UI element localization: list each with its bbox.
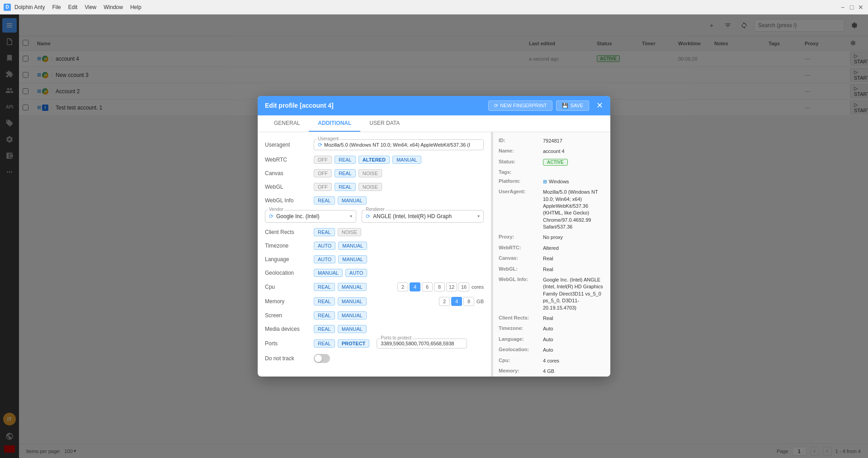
save-icon: 💾 bbox=[562, 103, 568, 109]
cpu-8-cores-btn[interactable]: 8 bbox=[434, 282, 445, 291]
chevron-down-icon: ▾ bbox=[477, 214, 480, 219]
info-timezone: Timezone: Auto bbox=[499, 325, 605, 332]
cpu-real-btn[interactable]: REAL bbox=[314, 283, 335, 291]
client-rects-noise-btn[interactable]: NOISE bbox=[338, 228, 361, 236]
cpu-16-cores-btn[interactable]: 16 bbox=[458, 282, 469, 291]
info-name-label: Name: bbox=[499, 148, 539, 155]
tab-general[interactable]: GENERAL bbox=[265, 115, 309, 132]
cpu-2-cores-btn[interactable]: 2 bbox=[397, 282, 408, 291]
close-button[interactable]: ✕ bbox=[857, 4, 864, 11]
screen-manual-btn[interactable]: MANUAL bbox=[338, 311, 367, 320]
info-webrtc-value: Altered bbox=[543, 245, 605, 252]
info-tags: Tags: bbox=[499, 169, 605, 175]
info-webgl: WebGL: Real bbox=[499, 266, 605, 273]
save-button[interactable]: 💾 SAVE bbox=[556, 100, 589, 111]
cpu-label: Cpu bbox=[265, 284, 310, 290]
canvas-noise-btn[interactable]: NOISE bbox=[359, 169, 382, 177]
timezone-manual-btn[interactable]: MANUAL bbox=[338, 242, 367, 250]
tab-user-data[interactable]: USER DATA bbox=[360, 115, 409, 132]
webgl-controls: OFF REAL NOISE bbox=[314, 183, 382, 191]
cpu-4-cores-btn[interactable]: 4 bbox=[410, 282, 420, 291]
geolocation-label: Geolocation bbox=[265, 270, 310, 276]
tab-additional[interactable]: ADDITIONAL bbox=[309, 115, 360, 132]
webrtc-altered-btn[interactable]: ALTERED bbox=[359, 156, 390, 164]
menu-file[interactable]: File bbox=[52, 4, 61, 10]
timezone-auto-btn[interactable]: AUTO bbox=[314, 242, 335, 250]
info-useragent: UserAgent: Mozilla/5.0 (Windows NT 10.0;… bbox=[499, 189, 605, 230]
client-rects-label: Client Rects bbox=[265, 229, 310, 235]
geolocation-row: Geolocation MANUAL AUTO bbox=[265, 269, 484, 277]
media-manual-btn[interactable]: MANUAL bbox=[338, 325, 367, 333]
geolocation-auto-btn[interactable]: AUTO bbox=[345, 269, 367, 277]
chevron-down-icon: ▾ bbox=[350, 214, 352, 219]
cpu-manual-btn[interactable]: MANUAL bbox=[338, 283, 367, 291]
geolocation-manual-btn[interactable]: MANUAL bbox=[314, 269, 343, 277]
webgl-noise-btn[interactable]: NOISE bbox=[359, 183, 382, 191]
menu-edit[interactable]: Edit bbox=[68, 4, 78, 10]
minimize-button[interactable]: − bbox=[839, 4, 846, 11]
webrtc-label: WebRTC bbox=[265, 157, 310, 163]
language-auto-btn[interactable]: AUTO bbox=[314, 255, 335, 263]
media-real-btn[interactable]: REAL bbox=[314, 325, 335, 333]
info-useragent-value: Mozilla/5.0 (Windows NT 10.0; Win64; x64… bbox=[543, 189, 605, 230]
ports-label: Ports bbox=[265, 340, 310, 347]
ports-to-protect-field[interactable]: Ports to protect 3389,5900,5800,7070,656… bbox=[377, 339, 467, 348]
webgl-info-row: WebGL Info REAL MANUAL bbox=[265, 196, 484, 205]
info-language-label: Language: bbox=[499, 336, 539, 343]
menu-view[interactable]: View bbox=[85, 4, 96, 10]
info-platform-label: Platform: bbox=[499, 178, 539, 185]
webgl-off-btn[interactable]: OFF bbox=[314, 183, 332, 191]
new-fingerprint-button[interactable]: ⟳ NEW FINGERPRINT bbox=[488, 100, 552, 111]
webrtc-off-btn[interactable]: OFF bbox=[314, 156, 332, 164]
memory-4gb-btn[interactable]: 4 bbox=[451, 297, 462, 306]
webrtc-manual-btn[interactable]: MANUAL bbox=[392, 156, 421, 164]
memory-manual-btn[interactable]: MANUAL bbox=[338, 297, 367, 305]
modal-close-button[interactable]: ✕ bbox=[596, 100, 603, 110]
media-devices-controls: REAL MANUAL bbox=[314, 325, 367, 333]
modal-overlay: Edit profile [account 4] ⟳ NEW FINGERPRI… bbox=[0, 14, 868, 458]
info-webgl-info: WebGL Info: Google Inc. (Intel) ANGLE (I… bbox=[499, 277, 605, 311]
vendor-field[interactable]: Vendor ⟳ Google Inc. (Intel) ▾ bbox=[265, 210, 356, 223]
info-id: ID: 7924817 bbox=[499, 138, 605, 144]
menu-bar: File Edit View Window Help bbox=[52, 4, 141, 10]
memory-row: Memory REAL MANUAL 2 4 8 GB bbox=[265, 297, 484, 306]
memory-real-btn[interactable]: REAL bbox=[314, 297, 335, 305]
modal-header: Edit profile [account 4] ⟳ NEW FINGERPRI… bbox=[258, 96, 610, 115]
renderer-field[interactable]: Renderer ⟳ ANGLE (Intel, Intel(R) HD Gra… bbox=[362, 210, 484, 223]
renderer-select[interactable]: ⟳ ANGLE (Intel, Intel(R) HD Graph ▾ bbox=[362, 210, 483, 222]
useragent-field[interactable]: Useragent ⟳ Mozilla/5.0 (Windows NT 10.0… bbox=[314, 139, 484, 150]
do-not-track-toggle[interactable] bbox=[314, 354, 330, 363]
vendor-select[interactable]: ⟳ Google Inc. (Intel) ▾ bbox=[265, 210, 356, 222]
client-rects-real-btn[interactable]: REAL bbox=[314, 228, 335, 236]
info-canvas-label: Canvas: bbox=[499, 255, 539, 262]
webrtc-row: WebRTC OFF REAL ALTERED MANUAL bbox=[265, 156, 484, 164]
memory-8gb-btn[interactable]: 8 bbox=[463, 297, 474, 306]
webgl-real-btn[interactable]: REAL bbox=[335, 183, 356, 191]
language-controls: AUTO MANUAL bbox=[314, 255, 367, 263]
webgl-info-manual-btn[interactable]: MANUAL bbox=[338, 196, 367, 205]
titlebar: D Dolphin Anty File Edit View Window Hel… bbox=[0, 0, 868, 14]
webrtc-real-btn[interactable]: REAL bbox=[335, 156, 356, 164]
menu-window[interactable]: Window bbox=[104, 4, 123, 10]
menu-help[interactable]: Help bbox=[130, 4, 142, 10]
cpu-12-cores-btn[interactable]: 12 bbox=[446, 282, 457, 291]
language-manual-btn[interactable]: MANUAL bbox=[338, 255, 367, 263]
info-status-badge: ACTIVE bbox=[543, 159, 568, 166]
ports-protect-btn[interactable]: PROTECT bbox=[338, 339, 370, 348]
info-language: Language: Auto bbox=[499, 336, 605, 343]
info-proxy: Proxy: No proxy bbox=[499, 234, 605, 241]
canvas-real-btn[interactable]: REAL bbox=[335, 169, 356, 177]
refresh-useragent-icon[interactable]: ⟳ bbox=[318, 142, 322, 148]
memory-2gb-btn[interactable]: 2 bbox=[439, 297, 450, 306]
language-label: Language bbox=[265, 256, 310, 262]
info-geolocation-value: Auto bbox=[543, 347, 605, 353]
cpu-6-cores-btn[interactable]: 6 bbox=[422, 282, 433, 291]
info-cpu-label: Cpu: bbox=[499, 358, 539, 364]
geolocation-controls: MANUAL AUTO bbox=[314, 269, 367, 277]
ports-real-btn[interactable]: REAL bbox=[314, 339, 335, 348]
maximize-button[interactable]: □ bbox=[848, 4, 855, 11]
screen-real-btn[interactable]: REAL bbox=[314, 311, 335, 320]
webgl-info-real-btn[interactable]: REAL bbox=[314, 196, 335, 205]
canvas-off-btn[interactable]: OFF bbox=[314, 169, 332, 177]
screen-label: Screen bbox=[265, 312, 310, 319]
